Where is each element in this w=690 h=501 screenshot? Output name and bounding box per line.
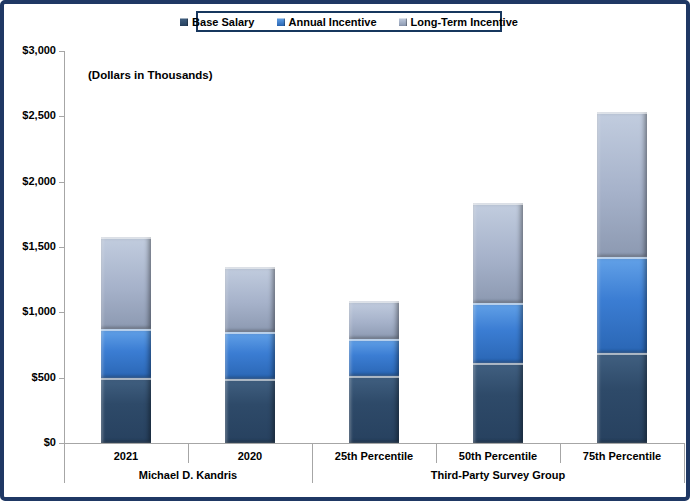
bar-50th-percentile [473,51,523,443]
y-axis-tick [59,312,64,313]
legend-swatch-annual [277,18,285,26]
category-label: 2020 [188,450,312,462]
group-label: Michael D. Kandris [64,469,312,481]
chart-frame: Base SalaryAnnual IncentiveLong-Term Inc… [0,0,690,501]
y-axis-tick [59,116,64,117]
y-axis-tick [59,182,64,183]
y-axis-tick [59,51,64,52]
group-separator [684,443,685,483]
group-label: Third-Party Survey Group [312,469,684,481]
segment-base [473,363,523,443]
segment-lti [597,112,647,258]
segment-annual [225,332,275,379]
category-label: 25th Percentile [312,450,436,462]
segment-annual [597,257,647,352]
y-axis-label: $1,000 [6,305,56,317]
category-separator [188,443,189,463]
legend-swatch-base [180,18,188,26]
y-axis-tick [59,247,64,248]
legend-item-base: Base Salary [180,16,254,28]
segment-lti [225,267,275,332]
legend-item-lti: Long-Term Incentive [399,16,518,28]
y-axis-label: $500 [6,371,56,383]
segment-lti [101,237,151,329]
segment-annual [473,303,523,362]
segment-base [349,376,399,443]
segment-base [597,353,647,443]
chart-legend: Base SalaryAnnual IncentiveLong-Term Inc… [196,11,502,32]
segment-lti [349,301,399,340]
category-separator [436,443,437,463]
segment-annual [349,339,399,376]
category-label: 75th Percentile [560,450,684,462]
legend-label: Base Salary [192,16,254,28]
bar-2021 [101,51,151,443]
segment-base [225,379,275,443]
category-label: 50th Percentile [436,450,560,462]
y-axis-label: $1,500 [6,240,56,252]
bar-25th-percentile [349,51,399,443]
y-axis-line [64,51,65,483]
y-axis-label: $2,000 [6,175,56,187]
segment-base [101,378,151,443]
segment-lti [473,203,523,304]
bar-75th-percentile [597,51,647,443]
legend-swatch-lti [399,18,407,26]
legend-item-annual: Annual Incentive [277,16,377,28]
segment-annual [101,329,151,377]
category-label: 2021 [64,450,188,462]
y-axis-tick [59,378,64,379]
legend-label: Long-Term Incentive [411,16,518,28]
y-axis-label: $3,000 [6,44,56,56]
y-axis-label: $2,500 [6,109,56,121]
x-axis-line [64,443,684,444]
bar-2020 [225,51,275,443]
category-separator [560,443,561,463]
legend-label: Annual Incentive [289,16,377,28]
y-axis-label: $0 [6,436,56,448]
